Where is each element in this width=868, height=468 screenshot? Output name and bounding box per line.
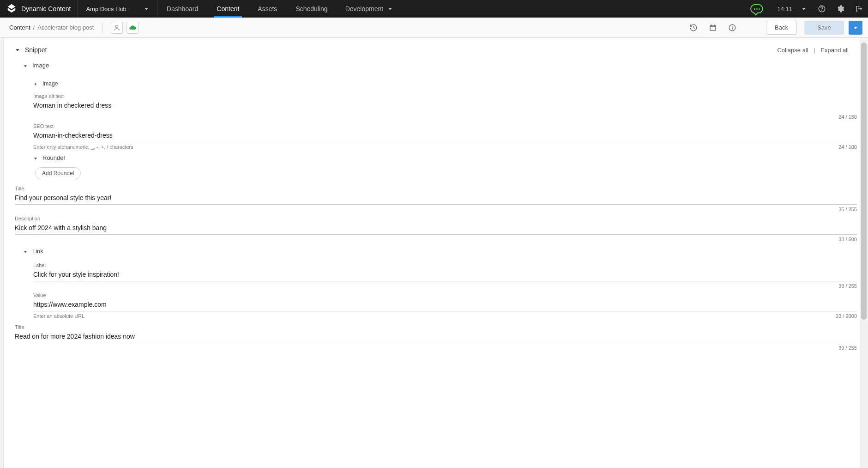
toolbar: Content / Accelerator blog post Back Sav… xyxy=(0,18,868,38)
chevron-down-icon xyxy=(33,155,38,160)
calendar-button[interactable] xyxy=(705,21,721,35)
chevron-down-icon xyxy=(23,249,28,253)
caret-down-icon xyxy=(853,25,858,30)
back-button[interactable]: Back xyxy=(766,21,797,35)
section-roundel-title: Roundel xyxy=(42,154,65,161)
nav-assets-label: Assets xyxy=(258,5,277,12)
breadcrumb-sep: / xyxy=(33,24,35,31)
cloud-check-icon xyxy=(129,24,136,31)
caret-down-icon xyxy=(802,6,806,11)
bottom-title-label: Title xyxy=(15,324,857,330)
brand: Dynamic Content xyxy=(0,0,78,18)
description-label: Description xyxy=(15,216,857,221)
hub-name: Amp Docs Hub xyxy=(86,6,126,12)
inner-image-title: Image xyxy=(42,80,58,87)
link-value-label: Value xyxy=(33,292,857,298)
vertical-scrollbar[interactable] xyxy=(860,38,868,468)
main-nav: Dashboard Content Assets Scheduling Deve… xyxy=(157,0,401,18)
seo-text-input[interactable] xyxy=(33,130,857,142)
brand-logo-icon xyxy=(6,3,17,15)
link-label-input[interactable] xyxy=(33,269,857,281)
link-label-label: Label xyxy=(33,262,857,268)
link-label-counter: 33 / 255 xyxy=(838,283,857,289)
nav-dashboard-label: Dashboard xyxy=(167,5,199,12)
scrollbar-thumb[interactable] xyxy=(861,43,867,320)
nav-dashboard[interactable]: Dashboard xyxy=(157,0,208,18)
inner-image-header[interactable]: Image xyxy=(33,78,860,90)
editor-body: Snippet Collapse all | Expand all Image xyxy=(0,38,868,468)
info-button[interactable] xyxy=(724,21,740,35)
user-icon xyxy=(113,24,121,31)
nav-development-dropdown[interactable]: Development xyxy=(337,0,401,18)
hub-picker[interactable]: Amp Docs Hub xyxy=(78,0,157,18)
chevron-right-icon xyxy=(33,81,38,86)
nav-development-label: Development xyxy=(345,5,384,12)
caret-down-icon xyxy=(144,6,149,11)
breadcrumb: Content / Accelerator blog post xyxy=(9,24,94,31)
settings-button[interactable] xyxy=(831,0,850,18)
section-link-title: Link xyxy=(32,248,43,255)
add-roundel-button[interactable]: Add Roundel xyxy=(35,167,81,179)
bottom-title-input[interactable] xyxy=(15,331,857,343)
chat-indicator[interactable] xyxy=(743,0,771,18)
link-value-counter: 23 / 2000 xyxy=(836,313,857,319)
breadcrumb-root[interactable]: Content xyxy=(9,24,30,31)
collapse-all-link[interactable]: Collapse all xyxy=(777,47,808,54)
svg-point-1 xyxy=(116,25,118,27)
toolbar-divider xyxy=(102,23,102,33)
assignee-chip[interactable] xyxy=(111,22,123,34)
chevron-down-icon xyxy=(23,63,28,67)
section-snippet-header[interactable]: Snippet xyxy=(15,43,47,56)
nav-content-label: Content xyxy=(217,5,239,12)
section-roundel-header[interactable]: Roundel xyxy=(33,152,860,164)
nav-assets[interactable]: Assets xyxy=(248,0,286,18)
gear-icon xyxy=(836,5,844,13)
brand-name: Dynamic Content xyxy=(21,5,71,12)
info-icon xyxy=(728,24,736,32)
nav-scheduling[interactable]: Scheduling xyxy=(286,0,337,18)
clock-dropdown[interactable]: 14:11 xyxy=(771,0,813,18)
link-value-input[interactable] xyxy=(33,299,857,311)
title-input[interactable] xyxy=(15,192,857,205)
description-input[interactable] xyxy=(15,222,857,235)
help-button[interactable] xyxy=(813,0,831,18)
app-header: Dynamic Content Amp Docs Hub Dashboard C… xyxy=(0,0,868,18)
calendar-icon xyxy=(709,24,717,32)
header-icons xyxy=(813,0,868,18)
help-icon xyxy=(818,5,826,13)
alt-text-input[interactable] xyxy=(33,100,857,112)
collapse-expand-sep: | xyxy=(814,47,815,54)
seo-text-label: SEO text xyxy=(33,123,857,129)
seo-text-counter: 24 / 100 xyxy=(838,144,857,150)
save-button: Save xyxy=(804,21,844,35)
left-gutter xyxy=(0,38,4,468)
alt-text-counter: 24 / 150 xyxy=(838,114,857,120)
section-snippet-title: Snippet xyxy=(25,46,47,54)
sync-chip[interactable] xyxy=(127,22,139,34)
caret-down-icon xyxy=(388,6,392,11)
title-counter: 35 / 255 xyxy=(838,207,857,212)
section-image-header[interactable]: Image xyxy=(23,59,860,71)
description-counter: 33 / 500 xyxy=(838,237,857,242)
save-button-label: Save xyxy=(817,24,831,31)
add-roundel-label: Add Roundel xyxy=(42,170,74,176)
title-label: Title xyxy=(15,186,857,191)
nav-content[interactable]: Content xyxy=(207,0,248,18)
save-dropdown-button[interactable] xyxy=(849,21,862,35)
clock-value: 14:11 xyxy=(777,6,792,12)
bottom-title-counter: 39 / 255 xyxy=(838,345,857,351)
alt-text-label: Image alt text xyxy=(33,93,857,99)
link-value-helper: Enter an absolute URL xyxy=(33,313,84,319)
logout-button[interactable] xyxy=(850,0,868,18)
chat-bubble-icon xyxy=(750,4,763,13)
history-button[interactable] xyxy=(686,21,701,35)
history-icon xyxy=(689,24,698,32)
section-link-header[interactable]: Link xyxy=(23,245,860,257)
svg-rect-2 xyxy=(710,25,716,30)
chevron-down-icon xyxy=(15,47,20,53)
seo-text-helper: Enter only alphanumeric, _, -, +, / char… xyxy=(33,144,133,150)
collapse-expand-controls: Collapse all | Expand all xyxy=(777,47,849,54)
expand-all-link[interactable]: Expand all xyxy=(820,47,849,54)
back-button-label: Back xyxy=(775,24,788,31)
breadcrumb-leaf: Accelerator blog post xyxy=(37,24,94,31)
